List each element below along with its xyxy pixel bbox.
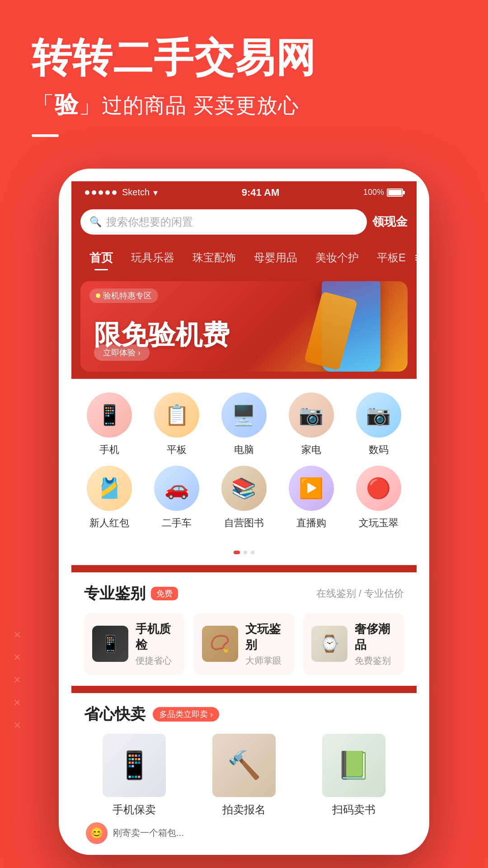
jianding-item-phone[interactable]: 📱 手机质检 便捷省心 bbox=[84, 613, 185, 675]
category-icon-art: 🔴 bbox=[356, 466, 401, 511]
battery-icon bbox=[387, 189, 403, 197]
quicksell-item-phone[interactable]: 📱 手机保卖 bbox=[84, 734, 185, 817]
category-label-tablet: 平板 bbox=[167, 443, 187, 457]
quicksell-item-book[interactable]: 📗 扫码卖书 bbox=[303, 734, 404, 817]
category-icon-computer: 🖥️ bbox=[221, 392, 267, 438]
jianding-item-watch[interactable]: ⌚ 奢侈潮品 免费鉴别 bbox=[303, 613, 404, 675]
category-item-digital[interactable]: 📷 数码 bbox=[349, 392, 408, 457]
quicksell-img-auction: 🔨 bbox=[212, 734, 276, 797]
user-avatar: 😊 bbox=[86, 822, 108, 844]
search-bar-row: 🔍 搜索你想要的闲置 领现金 bbox=[71, 202, 417, 242]
banner[interactable]: 验机特惠专区 限免验机费 立即体验 › bbox=[80, 281, 408, 372]
quicksell-badge[interactable]: 多品类立即卖 › bbox=[153, 707, 219, 722]
jianding-name-watch: 奢侈潮品 bbox=[355, 621, 396, 653]
nav-tab-beauty[interactable]: 美妆个护 bbox=[306, 248, 368, 268]
category-icon-redpacket: 🎽 bbox=[87, 466, 132, 511]
nav-tab-tablet[interactable]: 平板E bbox=[368, 248, 415, 268]
category-icon-phone: 📱 bbox=[87, 392, 132, 438]
quicksell-header: 省心快卖 多品类立即卖 › bbox=[84, 704, 404, 725]
category-icon-car: 🚗 bbox=[154, 466, 199, 511]
quicksell-img-book: 📗 bbox=[322, 734, 385, 797]
app-title: 转转二手交易网 bbox=[32, 36, 456, 80]
category-row-1: 📱 手机 📋 平板 🖥️ 电脑 📷 家电 bbox=[76, 392, 412, 457]
quicksell-title: 省心快卖 bbox=[84, 704, 145, 725]
signal-dot-3 bbox=[99, 190, 103, 195]
jianding-desc-beads: 大师掌眼 bbox=[245, 655, 286, 667]
nav-tab-toys[interactable]: 玩具乐器 bbox=[122, 248, 183, 268]
banner-btn[interactable]: 立即体验 › bbox=[94, 344, 150, 361]
category-item-car[interactable]: 🚗 二手车 bbox=[147, 466, 206, 530]
category-label-book: 自营图书 bbox=[224, 516, 264, 530]
jianding-info-phone: 手机质检 便捷省心 bbox=[136, 621, 177, 667]
action-button[interactable]: 领现金 bbox=[372, 214, 408, 230]
nav-more-button[interactable]: ≡ bbox=[415, 250, 417, 265]
dot-inactive-2 bbox=[251, 551, 254, 554]
network-label: Sketch bbox=[122, 187, 150, 198]
quicksell-item-auction[interactable]: 🔨 拍卖报名 bbox=[194, 734, 295, 817]
category-item-phone[interactable]: 📱 手机 bbox=[80, 392, 139, 457]
dots-indicator bbox=[71, 543, 417, 565]
category-label-live: 直播购 bbox=[296, 516, 326, 530]
category-row-2: 🎽 新人红包 🚗 二手车 📚 自营图书 ▶️ 直播购 bbox=[76, 466, 412, 530]
banner-badge: 验机特惠专区 bbox=[89, 288, 158, 303]
search-input-box[interactable]: 🔍 搜索你想要的闲置 bbox=[80, 209, 367, 235]
nav-tab-baby[interactable]: 母婴用品 bbox=[245, 248, 306, 268]
jianding-icon-phone: 📱 bbox=[92, 626, 128, 662]
jianding-info-beads: 文玩鉴别 大师掌眼 bbox=[245, 621, 286, 667]
category-item-live[interactable]: ▶️ 直播购 bbox=[282, 466, 341, 530]
category-item-art[interactable]: 🔴 文玩玉翠 bbox=[349, 466, 408, 530]
professional-title: 专业鉴别 bbox=[84, 583, 145, 604]
jianding-name-beads: 文玩鉴别 bbox=[245, 621, 286, 653]
quicksell-label-auction: 拍卖报名 bbox=[222, 802, 266, 817]
signal-dots bbox=[85, 190, 117, 195]
battery-label: 100% bbox=[363, 188, 384, 197]
jianding-desc-watch: 免费鉴别 bbox=[355, 655, 396, 667]
status-right: 100% bbox=[363, 188, 403, 197]
user-row: 😊 刚寄卖一个箱包... bbox=[84, 822, 404, 844]
jianding-name-phone: 手机质检 bbox=[136, 621, 177, 653]
status-time: 9:41 AM bbox=[242, 187, 280, 198]
category-label-phone: 手机 bbox=[99, 443, 119, 457]
category-label-computer: 电脑 bbox=[234, 443, 254, 457]
category-label-car: 二手车 bbox=[162, 516, 192, 530]
category-label-appliance: 家电 bbox=[301, 443, 321, 457]
category-icon-tablet: 📋 bbox=[154, 392, 199, 438]
category-icon-digital: 📷 bbox=[356, 392, 401, 438]
jianding-icon-beads: 📿 bbox=[202, 626, 238, 662]
nav-tab-jewelry[interactable]: 珠宝配饰 bbox=[183, 248, 245, 268]
jianding-icon-watch: ⌚ bbox=[311, 626, 347, 662]
user-text: 刚寄卖一个箱包... bbox=[113, 827, 184, 839]
header-dash bbox=[32, 134, 59, 137]
quicksell-label-book: 扫码卖书 bbox=[332, 802, 375, 817]
wifi-icon: ▾ bbox=[153, 187, 158, 198]
signal-dot-5 bbox=[112, 190, 117, 195]
dot-active bbox=[234, 551, 240, 554]
signal-dot-4 bbox=[105, 190, 110, 195]
category-label-digital: 数码 bbox=[369, 443, 389, 457]
category-icon-book: 📚 bbox=[221, 466, 267, 511]
badge-dot bbox=[96, 293, 100, 298]
category-item-appliance[interactable]: 📷 家电 bbox=[282, 392, 341, 457]
app-content: 🔍 搜索你想要的闲置 领现金 首页 玩具乐器 珠宝配饰 母婴用品 美妆个护 平板… bbox=[71, 202, 417, 855]
signal-dot-2 bbox=[92, 190, 96, 195]
quicksell-section: 省心快卖 多品类立即卖 › 📱 手机保卖 🔨 拍卖报名 📗 bbox=[71, 693, 417, 855]
category-item-redpacket[interactable]: 🎽 新人红包 bbox=[80, 466, 139, 530]
category-icon-appliance: 📷 bbox=[289, 392, 334, 438]
app-subtitle: 「验」过的商品 买卖更放心 bbox=[32, 89, 456, 121]
quicksell-label-phone: 手机保卖 bbox=[113, 802, 156, 817]
category-item-book[interactable]: 📚 自营图书 bbox=[215, 466, 273, 530]
status-left: Sketch ▾ bbox=[85, 187, 158, 198]
category-item-computer[interactable]: 🖥️ 电脑 bbox=[215, 392, 273, 457]
jianding-item-beads[interactable]: 📿 文玩鉴别 大师掌眼 bbox=[194, 613, 295, 675]
category-grid: 📱 手机 📋 平板 🖥️ 电脑 📷 家电 bbox=[71, 379, 417, 543]
quicksell-img-phone: 📱 bbox=[103, 734, 166, 797]
professional-badge: 免费 bbox=[151, 587, 178, 600]
professional-section: 专业鉴别 免费 在线鉴别 / 专业估价 📱 手机质检 便捷省心 📿 bbox=[71, 572, 417, 686]
status-bar: Sketch ▾ 9:41 AM 100% bbox=[71, 181, 417, 202]
category-label-redpacket: 新人红包 bbox=[89, 516, 129, 530]
banner-badge-text: 验机特惠专区 bbox=[103, 290, 152, 301]
nav-tab-home[interactable]: 首页 bbox=[80, 247, 122, 269]
category-item-tablet[interactable]: 📋 平板 bbox=[147, 392, 206, 457]
dot-inactive-1 bbox=[244, 551, 247, 554]
search-icon: 🔍 bbox=[89, 216, 102, 228]
